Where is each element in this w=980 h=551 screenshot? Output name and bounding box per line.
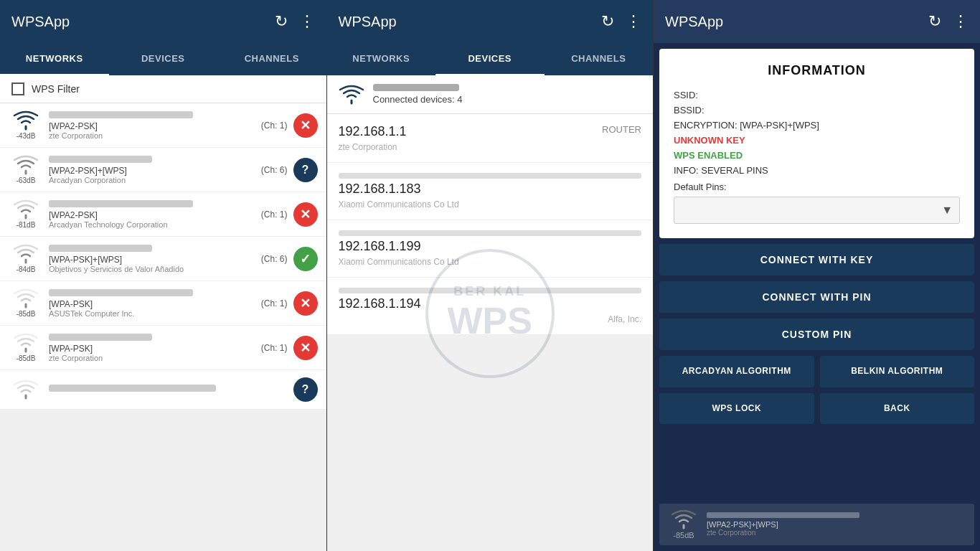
device-item[interactable]: 192.168.1.1 ROUTER zte Corporation: [327, 114, 654, 163]
network-item[interactable]: -43dB [WPA2-PSK] zte Corporation (Ch: 1)…: [0, 103, 326, 148]
menu-icon[interactable]: ⋮: [299, 12, 315, 31]
panel3-content: INFORMATION SSID: BSSID: ENCRYPTION: [WP…: [654, 43, 980, 504]
device-item[interactable]: 192.168.1.183 Xiaomi Communications Co L…: [327, 163, 654, 220]
info-card: INFORMATION SSID: BSSID: ENCRYPTION: [WP…: [659, 49, 974, 238]
tab-networks-p2[interactable]: NETWORKS: [327, 43, 436, 75]
wifi-icon: [13, 199, 39, 220]
bssid-row: BSSID:: [674, 105, 960, 116]
network-name-bar: [49, 289, 193, 296]
device-ip: 192.168.1.183: [339, 182, 642, 197]
custom-pin-button[interactable]: CUSTOM PIN: [659, 319, 974, 350]
back-button[interactable]: BACK: [820, 393, 975, 425]
device-item[interactable]: 192.168.1.194 Alfa, Inc.: [327, 278, 654, 335]
network-corp: Objetivos y Servicios de Valor Añadido: [49, 265, 255, 273]
device-list: 192.168.1.1 ROUTER zte Corporation 192.1…: [327, 114, 654, 551]
wifi-signal-container: -63dB: [9, 155, 43, 184]
unknown-key-row: UNKNOWN KEY: [674, 135, 960, 146]
network-security: [WPA2-PSK]: [49, 121, 255, 131]
network-security: [WPA-PSK]: [49, 344, 255, 354]
panel1-title: WPSApp: [11, 14, 263, 30]
network-corp: Arcadyan Corporation: [49, 176, 255, 184]
filter-bar: WPS Filter: [0, 75, 326, 103]
device-corp: zte Corporation: [339, 142, 642, 152]
wps-filter-checkbox[interactable]: [11, 83, 24, 95]
network-security: [WPA-PSK]+[WPS]: [49, 255, 255, 265]
tab-networks-p1[interactable]: NETWORKS: [0, 43, 109, 75]
network-item[interactable]: ?: [0, 370, 326, 410]
network-corp: Arcadyan Technology Corporation: [49, 220, 255, 229]
connect-key-button[interactable]: CONNECT WITH KEY: [659, 244, 974, 276]
status-icon-check: ✓: [293, 247, 318, 271]
device-bar: [339, 173, 642, 179]
status-icon-x: ✕: [293, 113, 318, 138]
pins-dropdown-container: ▼: [674, 197, 960, 224]
connected-info: Connected devices: 4: [373, 84, 642, 105]
network-name-bar: [49, 334, 152, 341]
signal-db: -85dB: [17, 310, 36, 318]
ssid-label: SSID:: [674, 90, 698, 100]
network-item[interactable]: -81dB [WPA2-PSK] Arcadyan Technology Cor…: [0, 192, 326, 237]
signal-db: -43dB: [17, 132, 36, 140]
signal-db: -84dB: [17, 265, 36, 273]
p3-network-item[interactable]: -85dB [WPA2-PSK]+[WPS] zte Corporation: [659, 504, 974, 545]
network-channel: (Ch: 1): [261, 209, 288, 220]
network-info: [WPA2-PSK]+[WPS] Arcadyan Corporation: [43, 156, 261, 184]
wifi-icon: [13, 380, 39, 400]
panel1-header: WPSApp ↻ ⋮: [0, 0, 326, 43]
wps-filter-label: WPS Filter: [32, 83, 80, 95]
wifi-signal-container: -85dB: [9, 288, 43, 318]
panel2-tabs: NETWORKS DEVICES CHANNELS: [327, 43, 654, 75]
p3-name-bar: [707, 512, 859, 518]
wifi-signal-container: -84dB: [9, 244, 43, 273]
network-list: -43dB [WPA2-PSK] zte Corporation (Ch: 1)…: [0, 103, 326, 551]
refresh-icon[interactable]: ↻: [601, 12, 614, 31]
device-item[interactable]: 192.168.1.199 Xiaomi Communications Co L…: [327, 220, 654, 278]
network-item[interactable]: -84dB [WPA-PSK]+[WPS] Objetivos y Servic…: [0, 237, 326, 281]
panel1-tabs: NETWORKS DEVICES CHANNELS: [0, 43, 326, 75]
arcadyan-button[interactable]: ARCADYAN ALGORITHM: [659, 356, 814, 387]
tab-channels-p1[interactable]: CHANNELS: [217, 43, 326, 75]
p3-wifi-icon: [671, 509, 697, 529]
refresh-icon-p3[interactable]: ↻: [928, 12, 941, 31]
status-icon-question: ?: [293, 377, 318, 402]
belkin-button[interactable]: BELKIN ALGORITHM: [820, 356, 975, 387]
network-info: [43, 385, 293, 395]
wifi-icon: [13, 155, 39, 175]
network-name-bar: [49, 111, 193, 118]
network-channel: (Ch: 1): [261, 121, 288, 131]
info-pins-label: INFO: SEVERAL PINS: [674, 165, 768, 176]
network-info: [WPA2-PSK] Arcadyan Technology Corporati…: [43, 200, 261, 229]
device-bar: [339, 288, 642, 293]
network-item[interactable]: -85dB [WPA-PSK] zte Corporation (Ch: 1) …: [0, 326, 326, 370]
wifi-icon: [13, 110, 39, 131]
panel3-title: WPSApp: [665, 14, 917, 30]
wps-lock-button[interactable]: WPS LOCK: [659, 393, 814, 425]
lock-back-row: WPS LOCK BACK: [659, 393, 974, 425]
wifi-signal-container: -85dB: [9, 333, 43, 362]
status-icon-question: ?: [293, 158, 318, 182]
menu-icon[interactable]: ⋮: [626, 12, 641, 31]
network-info: [WPA2-PSK] zte Corporation: [43, 111, 261, 140]
network-security: [WPA-PSK]: [49, 299, 255, 309]
tab-devices-p2[interactable]: DEVICES: [435, 43, 545, 75]
tab-devices-p1[interactable]: DEVICES: [109, 43, 218, 75]
ssid-row: SSID:: [674, 90, 960, 100]
menu-icon-p3[interactable]: ⋮: [953, 12, 969, 31]
wps-enabled-label: WPS ENABLED: [674, 150, 743, 161]
device-type: ROUTER: [602, 124, 641, 135]
connected-header: Connected devices: 4: [327, 75, 654, 114]
wifi-signal-container: [9, 380, 43, 400]
bssid-label: BSSID:: [674, 105, 705, 116]
connect-pin-button[interactable]: CONNECT WITH PIN: [659, 281, 974, 313]
refresh-icon[interactable]: ↻: [275, 12, 288, 31]
pins-dropdown[interactable]: [674, 197, 960, 224]
network-item[interactable]: -85dB [WPA-PSK] ASUSTek Computer Inc. (C…: [0, 281, 326, 326]
network-info: [WPA-PSK]+[WPS] Objetivos y Servicios de…: [43, 245, 261, 273]
network-item[interactable]: -63dB [WPA2-PSK]+[WPS] Arcadyan Corporat…: [0, 148, 326, 192]
tab-channels-p2[interactable]: CHANNELS: [545, 43, 654, 75]
device-ip: 192.168.1.199: [339, 239, 642, 254]
panel-devices: WPSApp ↻ ⋮ NETWORKS DEVICES CHANNELS BER…: [327, 0, 654, 551]
device-corp: Xiaomi Communications Co Ltd: [339, 199, 642, 209]
panel3-header: WPSApp ↻ ⋮: [654, 0, 980, 43]
status-icon-x: ✕: [293, 291, 318, 316]
